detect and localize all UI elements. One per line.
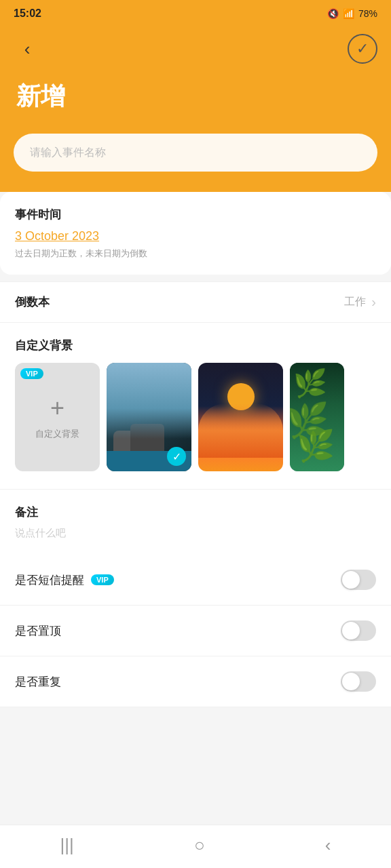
background-item-2[interactable]: [198, 363, 283, 471]
custom-background-item[interactable]: VIP + 自定义背景: [15, 363, 100, 471]
back-icon: ‹: [24, 40, 31, 58]
bottom-nav: ||| ○ ‹: [0, 825, 391, 868]
sms-reminder-label: 是否短信提醒: [15, 572, 84, 588]
selected-check: ✓: [167, 447, 186, 466]
confirm-button[interactable]: ✓: [348, 34, 377, 64]
countdown-label: 倒数本: [15, 294, 50, 310]
notes-label: 备注: [15, 505, 376, 520]
chevron-right-icon: ›: [371, 294, 376, 310]
page-title-section: 新增: [0, 73, 391, 134]
page-title: 新增: [16, 80, 375, 113]
header: ‹ ✓: [0, 27, 391, 73]
repeat-toggle-row: 是否重复: [0, 656, 391, 707]
battery-indicator: 78%: [358, 8, 377, 19]
confirm-icon: ✓: [356, 40, 369, 58]
menu-icon[interactable]: |||: [60, 835, 74, 856]
countdown-value: 工作: [344, 295, 366, 309]
pin-top-toggle-row: 是否置顶: [0, 606, 391, 656]
background-item-3[interactable]: 🌿 🌿 🌿: [290, 363, 344, 471]
background-grid: VIP + 自定义背景 ✓: [15, 363, 376, 471]
sms-reminder-toggle-row: 是否短信提醒 VIP: [0, 555, 391, 606]
background-label: 自定义背景: [15, 338, 376, 353]
vip-badge: VIP: [20, 368, 43, 379]
event-name-input[interactable]: [14, 134, 377, 172]
notes-placeholder: 说点什么吧: [15, 527, 376, 540]
repeat-toggle[interactable]: [341, 671, 376, 692]
custom-background-label: 自定义背景: [35, 428, 79, 440]
toggle-knob-2: [342, 622, 360, 639]
date-picker[interactable]: 3 October 2023: [15, 229, 376, 243]
countdown-right: 工作 ›: [344, 294, 376, 310]
pin-label-wrap: 是否置顶: [15, 623, 61, 639]
background-section: 自定义背景 VIP + 自定义背景 ✓: [0, 322, 391, 489]
add-background-icon: +: [50, 394, 64, 422]
status-bar: 15:02 🔇 📶 78%: [0, 0, 391, 27]
back-nav-icon[interactable]: ‹: [325, 835, 331, 856]
repeat-label: 是否重复: [15, 674, 61, 690]
notes-section: 备注 说点什么吧: [0, 489, 391, 555]
repeat-label-wrap: 是否重复: [15, 674, 61, 690]
event-name-section: [0, 134, 391, 192]
sms-vip-badge: VIP: [91, 574, 114, 585]
sms-label-wrap: 是否短信提醒 VIP: [15, 572, 114, 588]
status-icons: 🔇 📶 78%: [327, 8, 377, 19]
background-item-1[interactable]: ✓: [107, 363, 191, 471]
sms-reminder-toggle[interactable]: [341, 570, 376, 590]
back-button[interactable]: ‹: [14, 35, 41, 62]
time-section-label: 事件时间: [15, 207, 376, 222]
status-time: 15:02: [14, 7, 41, 20]
mute-icon: 🔇: [327, 8, 339, 19]
toggles-container: 是否短信提醒 VIP 是否置顶 是否重复: [0, 555, 391, 707]
pin-top-label: 是否置顶: [15, 623, 61, 639]
countdown-row[interactable]: 倒数本 工作 ›: [0, 281, 391, 322]
toggle-knob-3: [342, 673, 360, 690]
toggle-knob: [342, 571, 360, 589]
time-section-card: 事件时间 3 October 2023 过去日期为正数，未来日期为倒数: [0, 192, 391, 275]
date-hint: 过去日期为正数，未来日期为倒数: [15, 248, 376, 260]
pin-top-toggle[interactable]: [341, 620, 376, 641]
home-icon[interactable]: ○: [194, 835, 205, 856]
wifi-icon: 📶: [343, 8, 354, 19]
